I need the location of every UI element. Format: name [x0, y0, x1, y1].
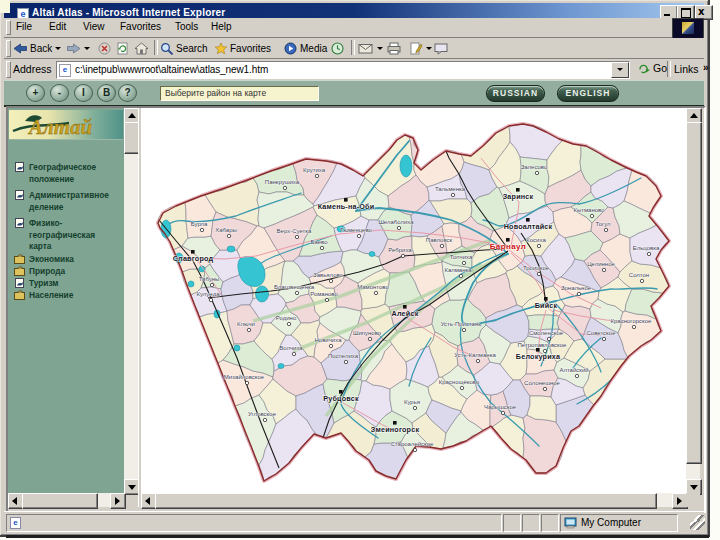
town-marker[interactable]: [460, 386, 463, 389]
sidebar-item-5[interactable]: Туризм: [14, 278, 120, 290]
town-marker[interactable]: [535, 171, 538, 174]
map-label-town[interactable]: Завьялово: [313, 272, 344, 278]
map-label-city[interactable]: Камень-на-Оби: [318, 202, 375, 211]
map-label-town[interactable]: Бурла: [191, 221, 208, 227]
address-dropdown-button[interactable]: [611, 62, 629, 78]
map-label-town[interactable]: Павловск: [426, 237, 453, 243]
town-marker[interactable]: [537, 272, 540, 275]
history-button[interactable]: [331, 40, 345, 56]
map-label-town[interactable]: Залесово: [521, 164, 548, 170]
map-label-city[interactable]: Бийск: [535, 301, 558, 310]
town-marker[interactable]: [325, 298, 328, 301]
map-label-town[interactable]: Хабары: [215, 227, 237, 233]
back-dropdown-caret[interactable]: [55, 47, 61, 50]
home-button[interactable]: [134, 40, 149, 56]
map-label-town[interactable]: Усть-Пристань: [441, 321, 482, 327]
town-marker[interactable]: [543, 387, 546, 390]
stop-button[interactable]: [98, 40, 112, 56]
town-marker[interactable]: [413, 406, 416, 409]
menu-view[interactable]: View: [83, 21, 105, 32]
town-marker[interactable]: [451, 193, 454, 196]
town-marker[interactable]: [604, 228, 607, 231]
town-marker[interactable]: [200, 228, 203, 231]
map-label-town[interactable]: Чарышское: [484, 404, 517, 410]
town-marker[interactable]: [295, 291, 298, 294]
info-button[interactable]: I: [74, 84, 93, 102]
discuss-button[interactable]: [434, 40, 449, 56]
town-marker[interactable]: [632, 325, 635, 328]
map-label-town[interactable]: Волчиха: [279, 345, 303, 351]
town-marker[interactable]: [245, 381, 248, 384]
title-bar[interactable]: e Altai Atlas - Microsoft Internet Explo…: [4, 3, 704, 18]
map-label-town[interactable]: Красногорское: [611, 318, 653, 324]
town-marker[interactable]: [263, 418, 266, 421]
town-marker[interactable]: [295, 235, 298, 238]
sidebar-item-1[interactable]: Административное деление: [14, 190, 120, 213]
town-marker[interactable]: [357, 234, 360, 237]
sidebar-hscrollbar[interactable]: [8, 493, 124, 507]
map-hscrollbar[interactable]: [141, 493, 686, 507]
map-label-town[interactable]: Солтон: [629, 272, 649, 278]
map-label-town[interactable]: Михайловское: [224, 374, 265, 380]
map-label-town[interactable]: Смоленское: [529, 330, 564, 336]
map-label-town[interactable]: Панкрушиха: [265, 179, 300, 185]
map-label-city[interactable]: Заринск: [503, 192, 534, 201]
zoom-out-button[interactable]: -: [50, 84, 69, 102]
town-marker[interactable]: [413, 448, 416, 451]
menu-help[interactable]: Help: [211, 21, 232, 32]
town-marker[interactable]: [227, 234, 230, 237]
menu-edit[interactable]: Edit: [49, 21, 66, 32]
forward-button[interactable]: [66, 40, 90, 56]
mail-button[interactable]: [358, 40, 383, 56]
map-label-town[interactable]: Романово: [310, 291, 338, 297]
town-marker[interactable]: [462, 328, 465, 331]
sidebar-item-4[interactable]: Природа: [14, 266, 120, 278]
town-marker[interactable]: [247, 328, 250, 331]
map-label-town[interactable]: Шипуново: [353, 330, 382, 336]
town-marker[interactable]: [329, 344, 332, 347]
english-button[interactable]: ENGLISH: [557, 85, 619, 102]
map-label-city[interactable]: Алейск: [392, 309, 419, 318]
sidebar-item-2[interactable]: Физико- географическая карта: [14, 218, 120, 253]
go-button[interactable]: Go: [638, 62, 667, 74]
town-marker[interactable]: [647, 252, 650, 255]
map-hthumb[interactable]: [155, 493, 657, 509]
map-label-town[interactable]: Целинное: [587, 261, 615, 267]
map-label-town[interactable]: Усть-Калманка: [454, 352, 496, 358]
town-marker[interactable]: [575, 374, 578, 377]
map-label-city[interactable]: Змеиногорск: [371, 425, 420, 434]
map-label-town[interactable]: Косиха: [526, 237, 546, 243]
sidebar-hthumb[interactable]: [22, 493, 98, 509]
map-label-town[interactable]: Алтайский: [559, 367, 588, 373]
town-marker[interactable]: [577, 292, 580, 295]
town-marker[interactable]: [287, 322, 290, 325]
map-label-town[interactable]: Угловское: [248, 411, 277, 417]
town-marker[interactable]: [459, 274, 462, 277]
menu-tools[interactable]: Tools: [175, 21, 198, 32]
district-search-box[interactable]: Выберите район на карте: [160, 86, 319, 101]
town-marker[interactable]: [602, 268, 605, 271]
search-button[interactable]: Search: [160, 40, 208, 56]
town-marker[interactable]: [590, 214, 593, 217]
map-label-town[interactable]: Тальменка: [435, 186, 466, 192]
town-marker[interactable]: [640, 279, 643, 282]
map-label-town[interactable]: Староалейское: [391, 441, 435, 447]
map-label-city[interactable]: Рубцовск: [323, 394, 359, 403]
map-label-town[interactable]: Благовещенка: [274, 284, 315, 290]
map-label-town[interactable]: Тюменцево: [340, 227, 372, 233]
sidebar-item-3[interactable]: Экономика: [14, 254, 120, 266]
map-label-city[interactable]: Барнаул: [490, 242, 527, 251]
map-label-town[interactable]: Родино: [276, 315, 297, 321]
town-marker[interactable]: [602, 337, 605, 340]
town-marker[interactable]: [537, 244, 540, 247]
map-label-town[interactable]: Зональное: [561, 285, 592, 291]
town-marker[interactable]: [329, 279, 332, 282]
town-marker[interactable]: [320, 246, 323, 249]
town-marker[interactable]: [315, 174, 318, 177]
map-label-town[interactable]: Кулунда: [196, 291, 220, 297]
map-vscrollbar[interactable]: [686, 108, 700, 493]
altai-krai-map[interactable]: СлавгородКамень-на-ОбиЗаринскНовоалтайск…: [141, 108, 686, 493]
map-label-town[interactable]: Топчиха: [450, 254, 473, 260]
zoom-in-button[interactable]: +: [26, 84, 45, 102]
menu-grip[interactable]: [6, 20, 11, 35]
